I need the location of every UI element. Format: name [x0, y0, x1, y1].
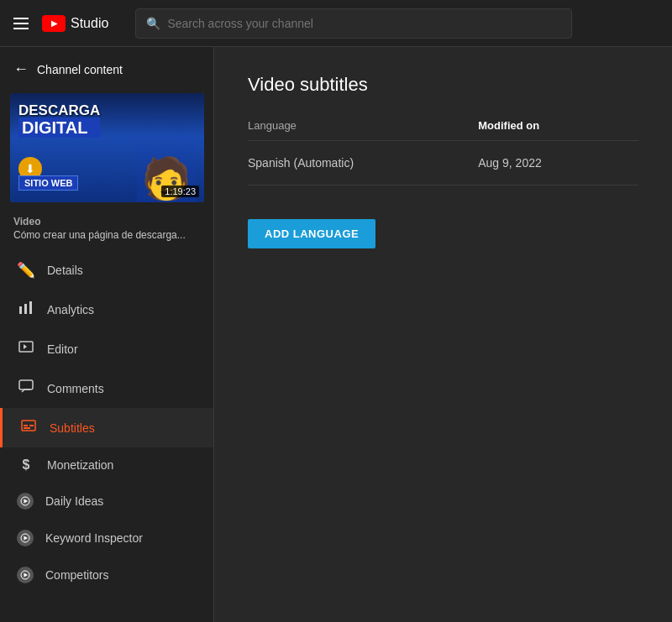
studio-label: Studio	[71, 16, 108, 31]
sidebar-item-keyword-inspector[interactable]: Keyword Inspector	[0, 520, 213, 557]
svg-rect-8	[24, 427, 30, 429]
video-thumbnail[interactable]: DESCARGA DIGITAL ⬇ SITIO WEB 🧑 1:19:23	[10, 93, 204, 202]
add-language-button[interactable]: ADD LANGUAGE	[248, 219, 375, 248]
channel-content-header[interactable]: ← Channel content	[0, 47, 213, 86]
descarga-text: DESCARGA	[18, 103, 100, 118]
digital-text: DIGITAL	[18, 118, 100, 138]
video-thumbnail-wrap: DESCARGA DIGITAL ⬇ SITIO WEB 🧑 1:19:23	[0, 86, 213, 209]
svg-rect-1	[24, 304, 27, 314]
sidebar-item-editor[interactable]: Editor	[0, 329, 213, 368]
competitors-icon	[17, 567, 34, 583]
pencil-icon: ✏️	[17, 261, 35, 280]
duration-badge: 1:19:23	[161, 186, 199, 197]
table-header-row: Language Modified on	[248, 119, 638, 141]
modified-on-column-header: Modified on	[478, 119, 638, 141]
subtitles-icon	[19, 418, 38, 437]
daily-ideas-icon	[17, 493, 34, 510]
sidebar-item-label: Details	[47, 264, 83, 277]
video-title: Cómo crear una página de descarga...	[13, 229, 200, 241]
sidebar-item-label: Monetization	[47, 458, 113, 472]
svg-marker-12	[24, 536, 29, 541]
sidebar-item-subtitles[interactable]: Subtitles	[0, 408, 213, 447]
language-column-header: Language	[248, 119, 478, 141]
sidebar-item-label: Subtitles	[50, 421, 95, 435]
dollar-icon: $	[17, 457, 35, 473]
subtitles-table: Language Modified on Spanish (Automatic)…	[248, 119, 638, 186]
svg-rect-2	[29, 301, 32, 314]
channel-content-label: Channel content	[37, 63, 123, 76]
search-icon: 🔍	[146, 17, 160, 30]
sidebar-item-daily-ideas[interactable]: Daily Ideas	[0, 483, 213, 520]
hamburger-menu[interactable]	[13, 18, 29, 29]
sidebar: ← Channel content DESCARGA DIGITAL ⬇ SIT…	[0, 47, 214, 622]
table-row: Spanish (Automatic) Aug 9, 2022	[248, 141, 638, 186]
sidebar-item-label: Comments	[47, 382, 104, 395]
page-title: Video subtitles	[248, 74, 638, 96]
comments-icon	[17, 379, 35, 398]
svg-rect-0	[19, 306, 22, 314]
svg-rect-7	[29, 425, 34, 426]
language-cell: Spanish (Automatic)	[248, 141, 478, 186]
sidebar-item-label: Keyword Inspector	[45, 531, 143, 545]
sidebar-item-label: Editor	[47, 342, 78, 356]
sidebar-item-monetization[interactable]: $ Monetization	[0, 447, 213, 483]
svg-marker-10	[24, 499, 29, 504]
main-layout: ← Channel content DESCARGA DIGITAL ⬇ SIT…	[0, 47, 672, 622]
sidebar-item-details[interactable]: ✏️ Details	[0, 251, 213, 290]
video-label: Video	[13, 216, 200, 227]
analytics-icon	[17, 300, 35, 319]
logo-area[interactable]: Studio	[42, 15, 108, 32]
sidebar-item-label: Daily Ideas	[45, 494, 103, 508]
sidebar-item-competitors[interactable]: Competitors	[0, 557, 213, 593]
youtube-logo-icon	[42, 15, 66, 32]
top-nav: Studio 🔍	[0, 0, 672, 47]
search-input[interactable]	[167, 17, 561, 30]
svg-rect-4	[19, 380, 33, 389]
sitio-web-badge: SITIO WEB	[18, 175, 78, 191]
search-bar: 🔍	[135, 8, 572, 39]
modified-on-cell: Aug 9, 2022	[478, 141, 638, 186]
sidebar-item-analytics[interactable]: Analytics	[0, 290, 213, 329]
svg-rect-6	[24, 425, 28, 426]
sidebar-item-label: Competitors	[45, 568, 108, 582]
main-content: Video subtitles Language Modified on Spa…	[214, 47, 672, 622]
video-meta: Video Cómo crear una página de descarga.…	[0, 209, 213, 251]
back-arrow-icon: ←	[13, 60, 29, 78]
keyword-inspector-icon	[17, 530, 34, 546]
thumbnail-text: DESCARGA DIGITAL	[18, 103, 100, 138]
sidebar-item-label: Analytics	[47, 303, 94, 316]
svg-marker-14	[24, 573, 29, 578]
sidebar-item-comments[interactable]: Comments	[0, 368, 213, 408]
editor-icon	[17, 339, 35, 358]
